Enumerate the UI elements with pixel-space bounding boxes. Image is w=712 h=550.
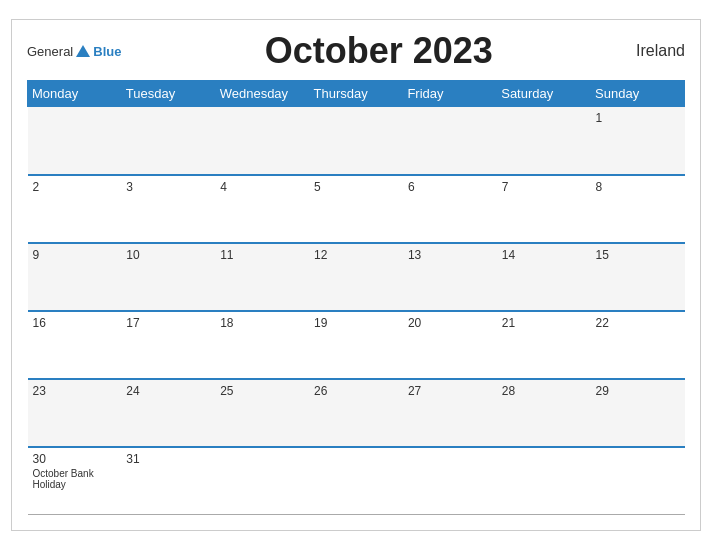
week-row-2: 2 3 4 5 6 7 8 [28, 175, 685, 243]
week-row-5: 23 24 25 26 27 28 29 [28, 379, 685, 447]
day-cell: 21 [497, 311, 591, 379]
day-cell-31: 31 [121, 447, 215, 515]
day-cell: 10 [121, 243, 215, 311]
day-cell [403, 107, 497, 175]
header-sunday: Sunday [591, 81, 685, 107]
day-cell: 20 [403, 311, 497, 379]
day-cell [28, 107, 122, 175]
day-cell: 12 [309, 243, 403, 311]
day-cell [215, 107, 309, 175]
week-row-6: 30 October Bank Holiday 31 [28, 447, 685, 515]
day-cell: 17 [121, 311, 215, 379]
logo: General Blue [27, 44, 121, 59]
day-cell [309, 107, 403, 175]
country-label: Ireland [636, 42, 685, 60]
day-cell [215, 447, 309, 515]
day-cell [497, 447, 591, 515]
header-thursday: Thursday [309, 81, 403, 107]
month-title: October 2023 [121, 30, 636, 72]
day-cell: 5 [309, 175, 403, 243]
logo-blue: Blue [93, 44, 121, 59]
header-friday: Friday [403, 81, 497, 107]
header-tuesday: Tuesday [121, 81, 215, 107]
day-cell: 11 [215, 243, 309, 311]
day-cell [403, 447, 497, 515]
header-saturday: Saturday [497, 81, 591, 107]
calendar-table: Monday Tuesday Wednesday Thursday Friday… [27, 80, 685, 515]
day-cell: 14 [497, 243, 591, 311]
day-cell: 8 [591, 175, 685, 243]
day-cell: 22 [591, 311, 685, 379]
day-cell: 13 [403, 243, 497, 311]
day-cell: 18 [215, 311, 309, 379]
day-cell: 28 [497, 379, 591, 447]
day-cell: 23 [28, 379, 122, 447]
header-wednesday: Wednesday [215, 81, 309, 107]
day-cell: 27 [403, 379, 497, 447]
day-cell [591, 447, 685, 515]
day-cell: 24 [121, 379, 215, 447]
day-cell: 1 [591, 107, 685, 175]
week-row-4: 16 17 18 19 20 21 22 [28, 311, 685, 379]
day-cell: 7 [497, 175, 591, 243]
calendar-container: General Blue October 2023 Ireland Monday… [11, 19, 701, 531]
day-cell: 19 [309, 311, 403, 379]
day-cell [497, 107, 591, 175]
logo-general: General [27, 44, 73, 59]
logo-triangle-icon [76, 45, 90, 57]
day-cell [121, 107, 215, 175]
day-cell: 26 [309, 379, 403, 447]
week-row-1: 1 [28, 107, 685, 175]
day-cell-30: 30 October Bank Holiday [28, 447, 122, 515]
day-cell: 9 [28, 243, 122, 311]
day-cell: 29 [591, 379, 685, 447]
day-cell: 6 [403, 175, 497, 243]
weekday-header-row: Monday Tuesday Wednesday Thursday Friday… [28, 81, 685, 107]
day-cell: 16 [28, 311, 122, 379]
day-cell: 3 [121, 175, 215, 243]
day-cell: 4 [215, 175, 309, 243]
day-cell: 25 [215, 379, 309, 447]
week-row-3: 9 10 11 12 13 14 15 [28, 243, 685, 311]
day-cell: 15 [591, 243, 685, 311]
day-cell [309, 447, 403, 515]
day-cell: 2 [28, 175, 122, 243]
calendar-header: General Blue October 2023 Ireland [27, 30, 685, 72]
header-monday: Monday [28, 81, 122, 107]
